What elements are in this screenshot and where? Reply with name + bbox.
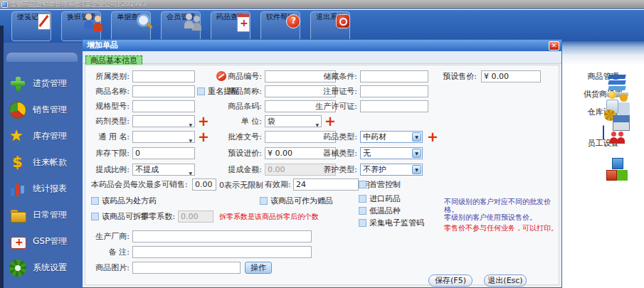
toolbar-button-exit[interactable]: 退出系统 — [310, 11, 350, 41]
remark-input[interactable] — [132, 246, 312, 258]
sidebar-item-label: 进货管理 — [33, 78, 67, 90]
import-drug-checkbox[interactable]: 进口药品 — [359, 194, 401, 203]
shortcut-staff-settings[interactable]: 员工设置 — [562, 126, 644, 148]
drug-type-dropdown[interactable]: 中药材▼ — [360, 131, 423, 143]
toolbar-button-drug-query[interactable]: 药品查询 — [211, 11, 250, 41]
shortcut-supplier-settings[interactable]: 供货商设置 — [562, 90, 644, 99]
gift-checkbox[interactable]: 该商品可作为赠品 — [260, 196, 333, 206]
prescription-checkbox[interactable]: 该药品为处方药 — [91, 196, 157, 206]
toolbar-button-members[interactable]: 会员管理 — [161, 11, 201, 41]
toolbar-button-shift[interactable]: 换班管理 — [61, 11, 101, 41]
toolbar-button-receipt-query[interactable]: 单据查询 — [111, 11, 151, 41]
cold-item-checkbox[interactable]: 低温品种 — [359, 206, 401, 215]
license-input[interactable] — [360, 100, 428, 112]
storage-input[interactable] — [360, 70, 428, 82]
reg-no-label: 注册证号: — [315, 87, 357, 97]
generic-name-dropdown[interactable]: ▼ — [132, 131, 195, 143]
checkbox-icon[interactable] — [260, 197, 268, 205]
toolbar-button-notes[interactable]: 便笺记录 — [11, 11, 51, 41]
shortcut-goods-management[interactable]: 商品管理 — [562, 73, 644, 81]
close-icon[interactable]: ✕ — [549, 41, 559, 50]
manufacturer-input[interactable] — [132, 230, 312, 242]
split-checkbox[interactable]: 该商品可拆零 — [91, 212, 149, 221]
sidebar-item-reports[interactable]: 统计报表 — [0, 176, 82, 202]
member-limit-input[interactable]: 0.00 — [192, 178, 216, 191]
name-label: 商品名称: — [90, 87, 130, 97]
checkbox-icon[interactable] — [359, 181, 366, 188]
sidebar-item-accounts[interactable]: 往来帐款 — [0, 149, 82, 176]
chevron-down-icon[interactable]: ▼ — [412, 165, 421, 174]
purchase-price-label: 预设进价: — [215, 149, 262, 159]
commission-ratio-dropdown[interactable]: 不提成▼ — [132, 164, 195, 176]
sidebar-item-purchase[interactable]: 进货管理 — [0, 70, 82, 97]
first-control-checkbox[interactable]: 首营控制 — [359, 180, 401, 189]
shortcut-label: 供货商设置 — [562, 90, 644, 99]
checkbox-icon[interactable] — [359, 207, 366, 215]
folder-icon — [9, 207, 26, 224]
chevron-down-icon: ▼ — [189, 119, 192, 130]
care-type-dropdown[interactable]: 不养护▼ — [360, 164, 423, 176]
sidebar-item-label: 往来帐款 — [33, 156, 67, 169]
reg-no-input[interactable] — [360, 85, 428, 97]
care-type-label: 养护类型: — [315, 165, 357, 175]
checkbox-icon[interactable] — [197, 87, 205, 95]
sidebar-item-daily[interactable]: 日常管理 — [0, 202, 82, 228]
sidebar-item-inventory[interactable]: 库存管理 — [0, 123, 82, 149]
checkbox-icon[interactable] — [91, 197, 99, 205]
care-type-value: 不养护 — [363, 165, 386, 174]
sidebar-item-gsp[interactable]: GSP管理 — [0, 228, 82, 255]
preset-price-input[interactable]: ¥ 0.00 — [481, 70, 541, 82]
device-type-dropdown[interactable]: 无▼ — [360, 147, 423, 159]
gear-icon — [9, 260, 26, 277]
category-label: 所属类别: — [90, 72, 130, 82]
sidebar-item-settings[interactable]: 系统设置 — [0, 255, 82, 281]
dollar-icon — [9, 154, 26, 171]
add-dose-type-button[interactable]: + — [198, 115, 209, 127]
toolbar-button-help[interactable]: 软件帮助 — [260, 11, 300, 41]
sidebar-item-sales[interactable]: 销售管理 — [0, 97, 82, 123]
license-label: 生产许可证: — [310, 102, 357, 112]
add-generic-name-button[interactable]: + — [198, 131, 209, 142]
shortcut-label: 员工设置 — [562, 139, 644, 148]
add-drug-type-button[interactable]: + — [427, 131, 438, 142]
price-notes: 不同级别的客户对应不同的批发价格。 零级别的客户使用预设售价。 零售价不参与任何… — [444, 198, 561, 232]
chevron-down-icon[interactable]: ▼ — [412, 132, 421, 142]
first-aid-icon — [9, 233, 26, 250]
chevron-down-icon: ▼ — [189, 168, 192, 178]
generic-name-label: 通 用 名: — [90, 132, 130, 142]
manufacturer-label: 生产厂商: — [90, 232, 130, 242]
dose-type-dropdown[interactable]: ▼ — [132, 115, 195, 127]
unit-dropdown[interactable]: 袋▼ — [265, 115, 322, 127]
image-operate-button[interactable]: 操作 — [245, 262, 272, 274]
checkbox-icon[interactable] — [359, 195, 366, 203]
commission-amount-label: 提成金额: — [215, 165, 262, 175]
save-button[interactable]: 保存(F5) — [428, 274, 473, 287]
image-input[interactable] — [132, 262, 241, 274]
shortcut-label: 商品管理 — [562, 73, 644, 81]
name-input[interactable] — [132, 85, 195, 97]
chevron-down-icon[interactable]: ▼ — [412, 149, 421, 158]
remark-label: 备 注: — [90, 247, 130, 257]
add-unit-button[interactable]: + — [324, 115, 336, 127]
validity-input[interactable]: 24 — [293, 178, 359, 191]
stock-min-input[interactable]: 0 — [132, 147, 195, 159]
product-no-label: 商品编号: — [215, 72, 262, 82]
device-type-label: 器械类型: — [315, 149, 357, 159]
note-wholesale-2: 零级别的客户使用预设售价。 — [444, 213, 561, 221]
category-input[interactable] — [132, 70, 195, 82]
add-item-dialog: 增加单品 ✕ 商品基本信息 所属类别: 商品编号: 储藏条件: 预设售价: ¥ … — [82, 39, 562, 288]
note-wholesale-1: 不同级别的客户对应不同的批发价格。 — [444, 198, 561, 213]
validity-label: 有效期: — [265, 180, 291, 190]
sidebar-item-label: GSP管理 — [33, 235, 67, 247]
checkbox-icon[interactable] — [91, 213, 99, 220]
checkbox-icon[interactable] — [359, 219, 366, 227]
spec-input[interactable] — [132, 100, 195, 112]
supervision-code-checkbox[interactable]: 采集电子监管码 — [359, 218, 424, 228]
image-label: 商品图片: — [90, 263, 130, 273]
supervision-code-label: 采集电子监管码 — [369, 218, 424, 228]
stock-min-label: 库存下限: — [90, 149, 130, 159]
exit-button[interactable]: 退出(Esc) — [484, 274, 527, 287]
app-icon — [1, 1, 8, 8]
dialog-titlebar: 增加单品 — [83, 40, 561, 51]
shortcut-warehouse-settings[interactable]: 仓库设置 — [562, 108, 644, 117]
